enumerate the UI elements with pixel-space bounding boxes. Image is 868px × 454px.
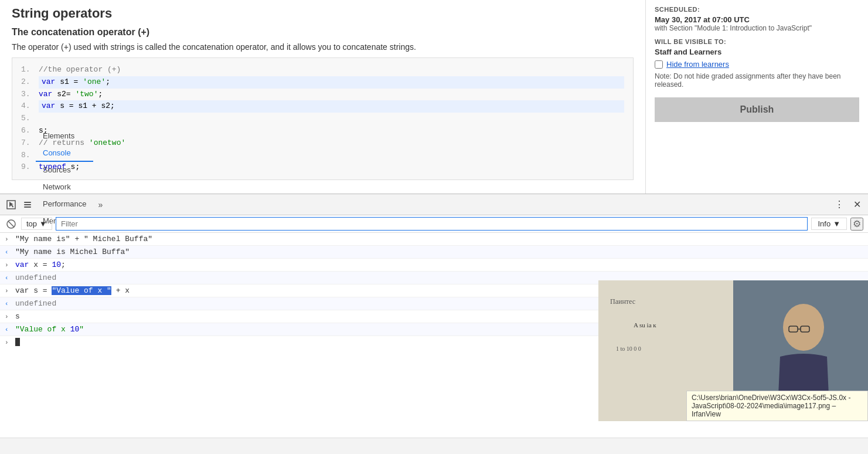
svg-rect-2 (24, 204, 31, 205)
sidebar: SCHEDULED: May 30, 2017 at 07:00 UTC wit… (645, 0, 868, 194)
output-arrow: ‹ (5, 273, 15, 282)
clear-console-button[interactable] (5, 218, 18, 231)
layers-button[interactable] (19, 196, 36, 213)
svg-text:1 to 10 0 0: 1 to 10 0 0 (616, 345, 641, 352)
devtools-panel: ElementsConsoleSourcesNetworkPerformance… (0, 194, 868, 454)
tab-performance[interactable]: Performance (36, 196, 93, 213)
context-selector[interactable]: top ▼ (21, 218, 52, 230)
console-text: "My name is Michel Buffa" (15, 248, 863, 256)
console-text: "My name is" + " Michel Buffa" (15, 235, 863, 243)
cursor-icon (6, 200, 16, 209)
input-arrow: › (5, 235, 15, 243)
console-text-content: undefined (15, 273, 56, 282)
code-line: 8. (21, 150, 624, 162)
console-text-content: "My name is Michel Buffa" (15, 248, 130, 256)
status-text (6, 443, 8, 450)
console-text-content: "Value of x 10" (15, 325, 84, 334)
code-line: 5. (21, 113, 624, 125)
code-line: 6.s; (21, 125, 624, 137)
code-lines-container: 1.//the operator (+)2.var s1 = 'one';3.v… (21, 64, 624, 174)
code-line-number: 9. (21, 161, 33, 174)
sidebar-note: Note: Do not hide graded assignments aft… (655, 72, 859, 89)
console-line: ›var x = 10; (0, 259, 868, 272)
output-arrow: ‹ (5, 248, 15, 256)
more-options-button[interactable]: ⋮ (831, 196, 847, 213)
input-arrow: › (5, 312, 15, 320)
context-value: top (26, 219, 37, 228)
cursor-tool-button[interactable] (3, 196, 19, 213)
status-bar (0, 438, 868, 454)
code-line: 2.var s1 = 'one'; (21, 76, 624, 89)
tab-network[interactable]: Network (36, 179, 93, 196)
svg-text:Паинтес: Паинтес (610, 297, 635, 306)
svg-rect-1 (24, 202, 31, 203)
output-arrow: ‹ (5, 325, 15, 333)
code-line-number: 8. (21, 150, 33, 162)
chevron-down-icon-2: ▼ (833, 219, 840, 228)
filter-input[interactable] (56, 217, 808, 231)
console-settings-button[interactable]: ⚙ (850, 218, 863, 231)
corner-icons: ⋮ ✕ (831, 196, 865, 213)
console-text: var x = 10; (15, 260, 863, 269)
code-line-content: var s2= 'two'; (39, 89, 103, 101)
devtools-tabs: ElementsConsoleSourcesNetworkPerformance… (0, 194, 868, 215)
page-title: String operators (12, 6, 634, 21)
svg-text:A su ia к: A su ia к (634, 321, 656, 328)
input-arrow: › (5, 260, 15, 269)
code-line-number: 7. (21, 137, 33, 150)
tab-console[interactable]: Console (36, 145, 93, 162)
code-line: 7.// returns 'onetwo' (21, 137, 624, 150)
console-text-part: + x (111, 286, 130, 295)
code-line: 1.//the operator (+) (21, 64, 624, 76)
console-line: ›"My name is" + " Michel Buffa" (0, 233, 868, 246)
description: The operator (+) used with strings is ca… (12, 42, 634, 52)
tab-elements[interactable]: Elements (36, 128, 93, 145)
main-content: String operators The concatenation opera… (0, 0, 645, 194)
hide-checkbox[interactable] (655, 60, 663, 69)
code-line-content: var s = s1 + s2; (39, 100, 624, 113)
code-line-number: 3. (21, 89, 33, 101)
code-line-number: 5. (21, 113, 33, 125)
tab-sources[interactable]: Sources (36, 162, 93, 179)
code-line-content (39, 113, 43, 125)
publish-button[interactable]: Publish (655, 97, 859, 122)
code-line-number: 6. (21, 125, 33, 137)
console-text-content: s (15, 312, 20, 321)
console-output[interactable]: ›"My name is" + " Michel Buffa"‹"My name… (0, 233, 868, 438)
console-text-content: undefined (15, 299, 56, 308)
console-line: ‹"My name is Michel Buffa" (0, 246, 868, 259)
section-heading: The concatenation operator (+) (12, 27, 634, 38)
code-line-content: //the operator (+) (39, 64, 121, 76)
svg-rect-3 (24, 206, 31, 208)
close-devtools-button[interactable]: ✕ (849, 196, 865, 213)
code-line-number: 1. (21, 64, 33, 76)
code-block: 1.//the operator (+)2.var s1 = 'one';3.v… (12, 57, 634, 180)
code-line-number: 4. (21, 100, 33, 113)
visibility-value: Staff and Learners (655, 48, 859, 56)
visibility-label: WILL BE VISIBLE TO: (655, 38, 859, 45)
log-level-selector[interactable]: Info ▼ (811, 218, 847, 230)
console-text-content: "My name is" + " Michel Buffa" (15, 235, 152, 243)
console-toolbar: top ▼ Info ▼ ⚙ (0, 215, 868, 233)
prompt-arrow: › (5, 338, 15, 346)
output-arrow: ‹ (5, 299, 15, 307)
console-text-content: var x = 10; (15, 260, 66, 269)
clear-icon (6, 219, 16, 229)
scheduled-date: May 30, 2017 at 07:00 UTC (655, 15, 859, 24)
file-path-tooltip: C:\Users\brian\OneDrive\W3Cx\W3Cx-5of5-J… (686, 391, 868, 421)
console-text-part: var s = (15, 286, 52, 295)
chevron-down-icon: ▼ (39, 219, 47, 228)
hide-from-learners-row[interactable]: Hide from learners (655, 60, 859, 69)
section-info: with Section "Module 1: Introduction to … (655, 24, 859, 32)
layers-icon (23, 200, 32, 209)
svg-line-5 (8, 221, 14, 227)
hide-label[interactable]: Hide from learners (666, 60, 729, 69)
code-line-number: 2. (21, 76, 33, 89)
code-line: 4.var s = s1 + s2; (21, 100, 624, 113)
code-line: 3.var s2= 'two'; (21, 89, 624, 101)
console-text-part: "Value of x " (52, 286, 111, 295)
scheduled-label: SCHEDULED: (655, 6, 859, 13)
more-tabs-button[interactable]: » (93, 196, 107, 213)
log-level-value: Info (818, 219, 830, 228)
input-arrow: › (5, 286, 15, 294)
